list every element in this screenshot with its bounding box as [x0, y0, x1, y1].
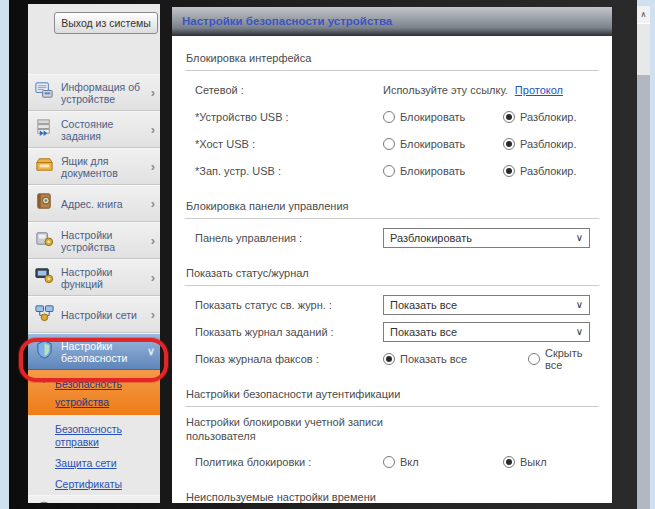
address-book-icon	[34, 191, 58, 216]
sidebar-item-device-info[interactable]: Информация об устройстве ›	[28, 74, 160, 111]
field-label: Политика блокировки :	[195, 456, 383, 468]
sidebar-item-management-settings[interactable]: Настройки управления ›	[28, 495, 160, 503]
fax-log-show-all-radio[interactable]	[383, 353, 395, 365]
sidebar-item-function-settings[interactable]: Настройки функций ›	[28, 259, 160, 296]
field-label: *Хост USB :	[195, 138, 383, 150]
radio-label: Разблокир.	[520, 165, 576, 177]
select-chevron-icon: ∨	[576, 326, 583, 337]
lockout-on-radio[interactable]	[383, 456, 395, 468]
subsection-user-lockout: Настройки блокировки учетной записи поль…	[186, 415, 441, 443]
usb-host-block-radio[interactable]	[383, 138, 395, 150]
section-status-log: Показать статус/журнал Показать статус с…	[185, 251, 599, 372]
select-value: Показать все	[390, 326, 457, 338]
row-operation-panel: Панель управления : Разблокировать ∨	[185, 224, 599, 251]
sidebar-item-address-book[interactable]: Адрес. книга ›	[28, 185, 160, 222]
section-unused-time: Неиспользуемые настройки времени Неиспол…	[185, 475, 599, 503]
row-usb-storage: *Зап. устр. USB : Блокировать Разблокир.	[185, 157, 599, 184]
radio-label: Выкл	[520, 456, 547, 468]
chevron-right-icon: ›	[151, 270, 157, 285]
sidebar-item-label: Настройки сети	[61, 309, 151, 321]
sidebar-item-label: Настройки управления	[61, 502, 151, 504]
select-value: Показать все	[390, 299, 457, 311]
chevron-right-icon: ›	[151, 196, 157, 211]
document-box-icon	[34, 154, 58, 179]
field-label: Показ журнала факсов :	[195, 353, 383, 365]
protocol-link[interactable]: Протокол	[515, 84, 563, 96]
network-hint: Используйте эту ссылку.	[383, 84, 508, 96]
device-info-icon	[34, 80, 58, 105]
field-label: Панель управления :	[195, 232, 383, 244]
section-interface-block: Блокировка интерфейса Сетевой : Использу…	[185, 36, 599, 184]
operation-panel-select[interactable]: Разблокировать ∨	[383, 228, 590, 248]
select-value: Разблокировать	[390, 232, 472, 244]
select-chevron-icon: ∨	[576, 299, 583, 310]
usb-storage-block-radio[interactable]	[383, 165, 395, 177]
row-lockout-policy: Политика блокировки : Вкл Выкл	[185, 448, 599, 475]
chevron-right-icon: ›	[151, 233, 157, 248]
sidebar-item-security-settings[interactable]: Настройки безопасности ∨	[28, 333, 160, 370]
radio-label: Показать все	[400, 353, 467, 365]
sidebar-item-label: Ящик для документов	[61, 155, 151, 179]
sidebar-item-label: Информация об устройстве	[61, 81, 151, 105]
row-job-log-display: Показать журнал заданий : Показать все ∨	[185, 318, 599, 345]
usb-storage-unblock-radio[interactable]	[503, 165, 515, 177]
logout-button[interactable]: Выход из системы	[54, 12, 158, 34]
usb-device-unblock-radio[interactable]	[503, 111, 515, 123]
vertical-scrollbar[interactable]: ∧	[637, 6, 650, 509]
radio-label: Блокировать	[400, 111, 465, 123]
submenu-item-network-protection[interactable]: Защита сети	[28, 449, 160, 470]
sidebar-item-document-box[interactable]: Ящик для документов ›	[28, 148, 160, 185]
section-title: Неиспользуемые настройки времени	[185, 475, 599, 503]
chevron-down-icon: ∨	[147, 345, 157, 358]
function-settings-icon	[34, 265, 58, 290]
lockout-off-radio[interactable]	[503, 456, 515, 468]
row-network: Сетевой : Используйте эту ссылку. Проток…	[185, 76, 599, 103]
chevron-right-icon: ›	[151, 122, 157, 137]
sidebar-item-label: Настройки безопасности	[61, 340, 147, 364]
chevron-right-icon: ›	[151, 159, 157, 174]
section-title: Блокировка интерфейса	[185, 36, 599, 71]
security-settings-icon	[34, 339, 58, 364]
security-submenu: ▸ Безопасность устройства Безопасность о…	[28, 370, 160, 495]
field-label: Показать журнал заданий :	[195, 326, 383, 338]
sidebar-item-job-status[interactable]: Состояние задания ›	[28, 111, 160, 148]
status-display-select[interactable]: Показать все ∨	[383, 295, 590, 315]
radio-label: Блокировать	[400, 138, 465, 150]
row-status-display: Показать статус св. журн. : Показать все…	[185, 291, 599, 318]
chevron-right-icon: ›	[151, 307, 157, 322]
page-title: Настройки безопасности устройства	[172, 7, 612, 36]
device-settings-icon	[34, 228, 58, 253]
radio-label: Вкл	[400, 456, 419, 468]
section-auth-security: Настройки безопасности аутентификации На…	[185, 372, 599, 475]
fax-log-hide-all-radio[interactable]	[528, 353, 540, 365]
app-window: Выход из системы Информация об устройств…	[0, 0, 655, 509]
select-chevron-icon: ∨	[576, 232, 583, 243]
field-label: *Зап. устр. USB :	[195, 165, 383, 177]
section-title: Настройки безопасности аутентификации	[185, 372, 599, 407]
submenu-marker-icon: ▸	[43, 375, 48, 385]
usb-host-unblock-radio[interactable]	[503, 138, 515, 150]
sidebar-item-device-settings[interactable]: Настройки устройства ›	[28, 222, 160, 259]
sidebar-spacer	[28, 34, 160, 74]
network-settings-icon	[34, 302, 58, 327]
job-log-select[interactable]: Показать все ∨	[383, 322, 590, 342]
submenu-item-device-security[interactable]: ▸ Безопасность устройства	[28, 370, 160, 415]
section-panel-lock: Блокировка панели управления Панель упра…	[185, 184, 599, 251]
sidebar-item-label: Настройки устройства	[61, 229, 151, 253]
scroll-up-button[interactable]: ∧	[637, 6, 650, 23]
sidebar-item-label: Адрес. книга	[61, 198, 151, 210]
submenu-link-label[interactable]: Безопасность устройства	[55, 378, 122, 408]
submenu-item-certificates[interactable]: Сертификаты	[28, 470, 160, 491]
submenu-item-send-security[interactable]: Безопасность отправки	[28, 415, 160, 449]
usb-device-block-radio[interactable]	[383, 111, 395, 123]
section-title: Показать статус/журнал	[185, 251, 599, 286]
row-usb-host: *Хост USB : Блокировать Разблокир.	[185, 130, 599, 157]
main-panel: Настройки безопасности устройства Блокир…	[172, 7, 612, 503]
scrollbar-thumb[interactable]	[637, 23, 650, 75]
row-usb-device: *Устройство USB : Блокировать Разблокир.	[185, 103, 599, 130]
section-title: Блокировка панели управления	[185, 184, 599, 219]
up-arrow-icon: ∧	[641, 10, 647, 19]
sidebar-item-network-settings[interactable]: Настройки сети ›	[28, 296, 160, 333]
job-status-icon	[34, 117, 58, 142]
field-label: *Устройство USB :	[195, 111, 383, 123]
